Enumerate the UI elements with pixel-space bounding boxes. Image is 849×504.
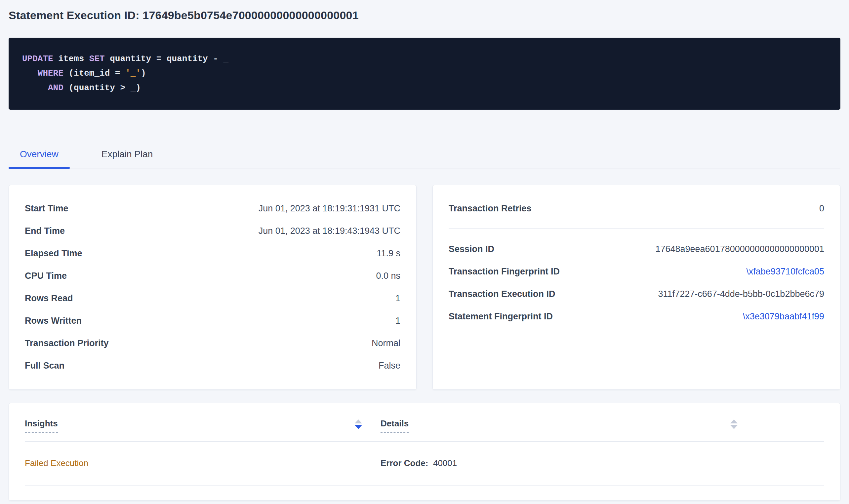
stat-value: 0 [819,203,824,214]
sql-keyword: WHERE [38,68,64,78]
transaction-fingerprint-link[interactable]: \xfabe93710fcfca05 [746,267,824,277]
overview-cards: Start Time Jun 01, 2023 at 18:19:31:1931… [8,185,841,390]
sort-up-triangle [355,419,362,424]
sql-string-literal: '_' [125,68,141,78]
stat-row-end-time: End Time Jun 01, 2023 at 18:19:43:1943 U… [25,220,400,242]
stat-row-start-time: Start Time Jun 01, 2023 at 18:19:31:1931… [25,197,400,220]
stat-label: Elapsed Time [25,248,82,258]
stat-label: Transaction Fingerprint ID [449,267,560,277]
insights-table-header: Insights Details [25,403,824,442]
sql-keyword: UPDATE [22,54,53,64]
stat-label: Transaction Retries [449,203,532,214]
sql-text: (item_id = [64,68,125,78]
stat-label: Rows Written [25,316,82,326]
stat-label: Statement Fingerprint ID [449,311,553,322]
card-divider [449,228,824,229]
statement-stats-card: Start Time Jun 01, 2023 at 18:19:31:1931… [8,185,417,390]
statement-execution-page: Statement Execution ID: 17649be5b0754e70… [0,0,849,501]
stat-value: 1 [395,316,400,326]
stat-row-transaction-priority: Transaction Priority Normal [25,332,400,354]
id-rows: Session ID 17648a9eea6017800000000000000… [449,238,824,328]
sql-keyword: AND [48,83,64,93]
stat-label: Start Time [25,203,68,214]
transaction-ids-card: Transaction Retries 0 Session ID 17648a9… [432,185,841,390]
details-cell: Error Code: 40001 [381,458,738,468]
statement-fingerprint-link[interactable]: \x3e3079baabf41f99 [743,311,824,322]
sort-down-triangle [730,425,738,429]
sql-indent [22,83,48,93]
stat-value: False [379,361,400,371]
stat-value: 1 [395,293,400,304]
insight-cell: Failed Execution [25,458,362,468]
sql-statement-box: UPDATE items SET quantity = quantity - _… [8,38,841,110]
sql-text: ) [141,68,146,78]
tab-explain-plan[interactable]: Explain Plan [90,149,164,168]
sql-line-3: AND (quantity > _) [22,80,827,95]
error-code-value [431,458,433,468]
stat-row-session-id: Session ID 17648a9eea6017800000000000000… [449,238,824,260]
stat-label: Transaction Priority [25,338,109,348]
stat-row-rows-written: Rows Written 1 [25,309,400,332]
sql-keyword: SET [89,54,105,64]
tab-overview[interactable]: Overview [8,149,70,168]
stat-value: 311f7227-c667-4dde-b5bb-0c1b2bbe6c79 [658,289,824,299]
details-column-header: Details [381,418,738,433]
insights-sort-icon[interactable] [355,419,362,429]
stat-label: Full Scan [25,361,65,371]
error-code-value-text: 40001 [433,458,457,468]
stat-label: End Time [25,226,65,236]
sort-up-triangle [730,419,738,424]
page-title: Statement Execution ID: 17649be5b0754e70… [8,0,841,22]
sql-indent [22,68,38,78]
sql-line-2: WHERE (item_id = '_') [22,66,827,80]
stat-label: CPU Time [25,271,67,281]
stat-row-elapsed-time: Elapsed Time 11.9 s [25,242,400,265]
stat-value: 17648a9eea601780000000000000000001 [655,244,824,254]
tab-bar: Overview Explain Plan [8,149,841,168]
stat-value: Normal [371,338,400,348]
sort-down-triangle [355,425,362,429]
stat-label: Transaction Execution ID [449,289,555,299]
stat-label: Session ID [449,244,494,254]
error-code-label: Error Code: [381,458,428,468]
details-sort-icon[interactable] [730,419,738,429]
stat-value: 11.9 s [377,248,400,258]
sql-line-1: UPDATE items SET quantity = quantity - _ [22,52,827,66]
stat-value: Jun 01, 2023 at 18:19:31:1931 UTC [259,203,400,214]
stat-row-statement-fingerprint-id: Statement Fingerprint ID \x3e3079baabf41… [449,305,824,328]
sql-text: (quantity > _) [64,83,141,93]
sql-text: items [53,54,89,64]
insight-table-row: Failed Execution Error Code: 40001 [25,442,824,486]
stat-row-rows-read: Rows Read 1 [25,287,400,309]
insights-column-header: Insights [25,418,362,433]
stat-row-transaction-execution-id: Transaction Execution ID 311f7227-c667-4… [449,283,824,305]
insights-header-label[interactable]: Insights [25,418,58,433]
stat-label: Rows Read [25,293,73,304]
stat-row-transaction-fingerprint-id: Transaction Fingerprint ID \xfabe93710fc… [449,260,824,283]
stat-row-transaction-retries: Transaction Retries 0 [449,197,824,220]
stat-value: Jun 01, 2023 at 18:19:43:1943 UTC [259,226,400,236]
details-header-label[interactable]: Details [381,418,409,433]
stat-value: 0.0 ns [376,271,400,281]
insights-table-card: Insights Details Failed Execution Error … [8,403,841,501]
stat-row-cpu-time: CPU Time 0.0 ns [25,265,400,287]
stat-row-full-scan: Full Scan False [25,354,400,377]
sql-text: quantity = quantity - _ [105,54,228,64]
